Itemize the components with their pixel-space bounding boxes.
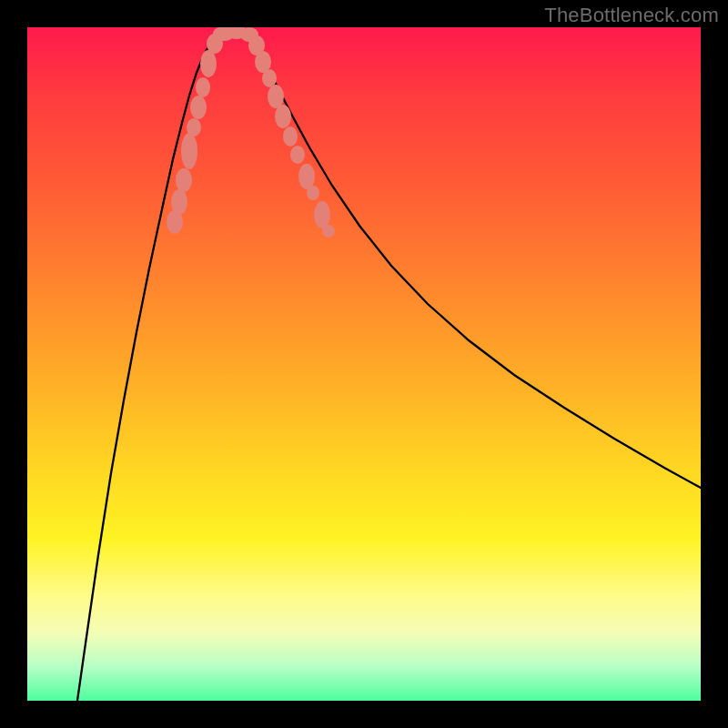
data-marker xyxy=(200,50,217,77)
data-marker xyxy=(307,186,319,200)
data-marker xyxy=(171,189,187,215)
data-marker xyxy=(298,164,315,189)
markers-left-group xyxy=(167,27,247,234)
data-marker xyxy=(275,105,291,128)
data-marker xyxy=(262,69,277,87)
data-marker xyxy=(176,168,192,192)
data-marker xyxy=(196,77,210,97)
outer-frame: TheBottleneck.com xyxy=(0,0,728,728)
data-marker xyxy=(187,118,201,136)
data-marker xyxy=(322,225,335,238)
data-marker xyxy=(268,85,284,108)
data-marker xyxy=(283,126,298,147)
data-marker xyxy=(314,201,330,228)
gradient-plot-area xyxy=(27,27,701,701)
data-marker xyxy=(290,146,305,164)
markers-right-group xyxy=(240,27,335,238)
chart-svg xyxy=(27,27,701,701)
data-marker xyxy=(190,96,207,119)
curve-right-branch xyxy=(244,29,701,488)
data-marker xyxy=(181,133,197,169)
watermark-text: TheBottleneck.com xyxy=(544,4,719,27)
curve-group xyxy=(77,29,701,701)
